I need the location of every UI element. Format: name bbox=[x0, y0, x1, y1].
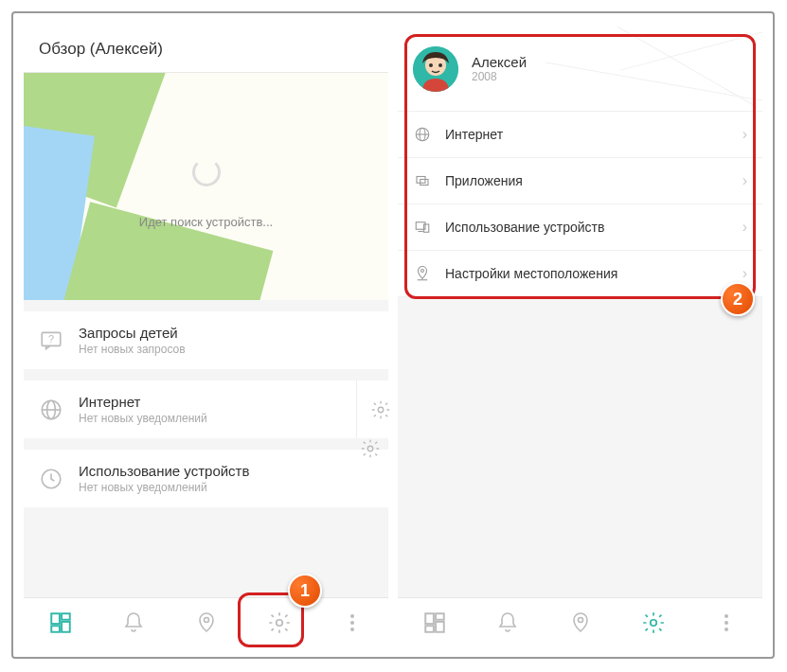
nav-dashboard[interactable] bbox=[421, 610, 448, 636]
svg-text:?: ? bbox=[48, 333, 54, 345]
bell-icon bbox=[496, 611, 519, 634]
svg-point-32 bbox=[578, 617, 582, 622]
dashboard-icon bbox=[48, 610, 73, 635]
svg-point-17 bbox=[438, 63, 442, 67]
svg-rect-30 bbox=[436, 621, 444, 631]
svg-rect-22 bbox=[420, 180, 428, 186]
clock-icon bbox=[39, 467, 63, 491]
svg-rect-9 bbox=[62, 613, 70, 620]
internet-settings-button[interactable] bbox=[356, 380, 403, 438]
callout-badge-2: 2 bbox=[721, 282, 755, 316]
svg-rect-29 bbox=[436, 613, 444, 620]
avatar bbox=[413, 46, 458, 92]
pin-icon bbox=[195, 611, 218, 634]
bottom-nav bbox=[24, 597, 388, 646]
nav-more[interactable] bbox=[713, 610, 740, 636]
bottom-nav bbox=[398, 597, 762, 646]
svg-rect-10 bbox=[62, 621, 70, 631]
svg-point-12 bbox=[204, 617, 208, 622]
chevron-right-icon: › bbox=[742, 265, 747, 282]
card-title: Интернет bbox=[79, 394, 341, 410]
nav-alerts[interactable] bbox=[120, 610, 147, 636]
settings-screen: Алексей 2008 Интернет › Приложения › Исп… bbox=[398, 27, 762, 646]
svg-point-6 bbox=[367, 446, 373, 451]
map-preview[interactable]: Идет поиск устройств... bbox=[24, 73, 388, 300]
nav-more[interactable] bbox=[339, 610, 366, 636]
devices-card[interactable]: Использование устройств Нет новых уведом… bbox=[24, 450, 388, 507]
item-label: Интернет bbox=[445, 127, 729, 142]
nav-settings[interactable] bbox=[640, 610, 667, 636]
more-icon bbox=[350, 614, 354, 631]
nav-alerts[interactable] bbox=[494, 610, 521, 636]
svg-rect-24 bbox=[424, 224, 429, 232]
map-status-text: Идет поиск устройств... bbox=[24, 215, 388, 229]
svg-rect-8 bbox=[51, 613, 60, 624]
settings-item-apps[interactable]: Приложения › bbox=[398, 158, 762, 204]
chat-question-icon: ? bbox=[39, 328, 63, 353]
chevron-right-icon: › bbox=[742, 172, 747, 189]
gear-icon bbox=[267, 610, 292, 635]
settings-item-devices[interactable]: Использование устройств › bbox=[398, 204, 762, 251]
svg-point-5 bbox=[378, 407, 384, 413]
svg-rect-11 bbox=[51, 626, 60, 632]
item-label: Использование устройств bbox=[445, 220, 729, 235]
callout-badge-1: 1 bbox=[288, 574, 322, 608]
item-label: Настройки местоположения bbox=[445, 266, 729, 281]
nav-location[interactable] bbox=[567, 610, 594, 636]
profile-header[interactable]: Алексей 2008 bbox=[398, 27, 762, 112]
loading-spinner bbox=[192, 158, 221, 186]
overview-screen: Обзор (Алексей) Идет поиск устройств... … bbox=[24, 27, 388, 646]
card-subtitle: Нет новых запросов bbox=[79, 343, 373, 356]
bell-icon bbox=[122, 611, 145, 634]
chevron-right-icon: › bbox=[742, 126, 747, 143]
svg-rect-28 bbox=[425, 613, 434, 624]
globe-icon bbox=[413, 125, 432, 144]
gear-icon bbox=[370, 399, 391, 420]
requests-card[interactable]: ? Запросы детей Нет новых запросов bbox=[24, 311, 388, 369]
pin-icon bbox=[569, 611, 592, 634]
location-icon bbox=[413, 264, 432, 283]
gear-icon bbox=[360, 438, 381, 463]
page-title: Обзор (Алексей) bbox=[24, 27, 388, 73]
svg-point-16 bbox=[429, 63, 433, 67]
internet-card[interactable]: Интернет Нет новых уведомлений bbox=[24, 380, 388, 438]
card-title: Использование устройств bbox=[79, 463, 373, 479]
item-label: Приложения bbox=[445, 173, 729, 188]
settings-item-internet[interactable]: Интернет › bbox=[398, 112, 762, 158]
gear-icon bbox=[641, 610, 666, 635]
apps-icon bbox=[413, 171, 432, 190]
card-subtitle: Нет новых уведомлений bbox=[79, 412, 341, 425]
svg-point-26 bbox=[421, 270, 424, 273]
profile-name: Алексей bbox=[472, 54, 527, 70]
devices-icon bbox=[413, 218, 432, 237]
svg-point-13 bbox=[276, 619, 282, 626]
nav-location[interactable] bbox=[193, 610, 220, 636]
dashboard-icon bbox=[422, 610, 447, 635]
nav-dashboard[interactable] bbox=[47, 610, 74, 636]
nav-settings[interactable] bbox=[266, 610, 293, 636]
more-icon bbox=[724, 614, 728, 631]
globe-icon bbox=[39, 398, 63, 422]
profile-year: 2008 bbox=[472, 70, 527, 83]
settings-list: Интернет › Приложения › Использование ус… bbox=[398, 112, 762, 297]
card-title: Запросы детей bbox=[79, 325, 373, 341]
chevron-right-icon: › bbox=[742, 219, 747, 236]
card-subtitle: Нет новых уведомлений bbox=[79, 481, 373, 494]
settings-item-location[interactable]: Настройки местоположения › bbox=[398, 251, 762, 297]
svg-point-33 bbox=[650, 619, 656, 626]
svg-rect-31 bbox=[425, 626, 434, 632]
